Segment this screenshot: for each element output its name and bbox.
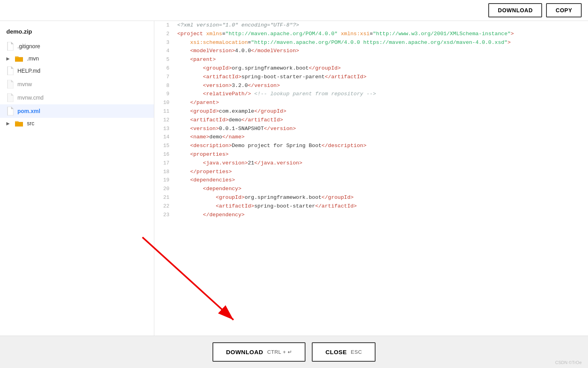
line-number: 16 xyxy=(154,150,174,159)
line-content: <properties> xyxy=(174,150,588,159)
line-content: <dependency> xyxy=(174,185,588,193)
bottom-close-label: CLOSE xyxy=(325,349,347,355)
file-icon-mvnwcmd xyxy=(6,93,13,102)
line-number: 9 xyxy=(154,90,174,98)
line-content: <version>0.0.1-SNAPSHOT</version> xyxy=(174,125,588,133)
line-number: 15 xyxy=(154,142,174,150)
main-wrapper: demo.zip .gitignore ▶ .mvn xyxy=(0,21,588,368)
sidebar: demo.zip .gitignore ▶ .mvn xyxy=(0,21,154,336)
bottom-download-label: DOWNLOAD xyxy=(226,349,263,355)
code-line-19: 19 <dependencies> xyxy=(154,176,588,185)
code-line-20: 20 <dependency> xyxy=(154,185,588,193)
mvnwcmd-label: mvnw.cmd xyxy=(17,94,44,101)
sidebar-item-src[interactable]: ▶ src xyxy=(0,118,154,129)
file-icon-pomxml xyxy=(6,107,13,115)
line-content: <modelVersion>4.0.0</modelVersion> xyxy=(174,47,588,55)
code-line-1: 1 <?xml version="1.0" encoding="UTF-8"?> xyxy=(154,21,588,30)
line-number: 19 xyxy=(154,176,174,185)
line-number: 3 xyxy=(154,38,174,47)
code-line-16: 16 <properties> xyxy=(154,150,588,159)
code-line-22: 22 <artifactId>spring-boot-starter</arti… xyxy=(154,202,588,211)
code-line-2: 2 <project xmlns="http://maven.apache.or… xyxy=(154,30,588,38)
line-content: xsi:schemaLocation="http://maven.apache.… xyxy=(174,38,588,47)
file-icon-help xyxy=(6,66,13,75)
chevron-right-icon-src: ▶ xyxy=(6,121,9,126)
src-label: src xyxy=(27,120,34,126)
code-line-11: 11 <groupId>com.example</groupId> xyxy=(154,107,588,116)
line-content: <version>3.2.0</version> xyxy=(174,81,588,90)
code-line-4: 4 <modelVersion>4.0.0</modelVersion> xyxy=(154,47,588,55)
line-content: <relativePath/> <!-- lookup parent from … xyxy=(174,90,588,98)
line-content: <parent> xyxy=(174,55,588,64)
bottom-download-button[interactable]: DOWNLOAD CTRL + ↵ xyxy=(212,342,305,362)
help-label: HELP.md xyxy=(17,68,40,74)
line-number: 12 xyxy=(154,116,174,125)
code-line-7: 7 <artifactId>spring-boot-starter-parent… xyxy=(154,73,588,81)
line-number: 8 xyxy=(154,81,174,90)
line-number: 13 xyxy=(154,125,174,133)
folder-icon xyxy=(15,55,23,62)
line-number: 22 xyxy=(154,202,174,211)
line-content: <dependencies> xyxy=(174,176,588,185)
code-line-15: 15 <description>Demo project for Spring … xyxy=(154,142,588,150)
sidebar-title: demo.zip xyxy=(0,25,154,40)
chevron-right-icon: ▶ xyxy=(6,56,9,61)
line-number: 17 xyxy=(154,159,174,168)
sidebar-item-mvnw[interactable]: mvnw xyxy=(0,77,154,91)
code-line-3: 3 xsi:schemaLocation="http://maven.apach… xyxy=(154,38,588,47)
line-content: <java.version>21</java.version> xyxy=(174,159,588,168)
code-line-10: 10 </parent> xyxy=(154,98,588,107)
top-bar: DOWNLOAD COPY xyxy=(0,0,588,21)
line-number: 4 xyxy=(154,47,174,55)
line-number: 18 xyxy=(154,168,174,176)
watermark: CSDN ©TrOe xyxy=(555,360,582,365)
line-content: <groupId>org.springframework.boot</group… xyxy=(174,64,588,73)
line-content: <groupId>org.springframework.boot</group… xyxy=(174,193,588,202)
code-line-13: 13 <version>0.0.1-SNAPSHOT</version> xyxy=(154,125,588,133)
sidebar-item-mvnwcmd[interactable]: mvnw.cmd xyxy=(0,91,154,104)
sidebar-item-gitignore[interactable]: .gitignore xyxy=(0,40,154,53)
copy-button[interactable]: COPY xyxy=(546,3,582,17)
line-number: 1 xyxy=(154,21,174,30)
line-content: <project xmlns="http://maven.apache.org/… xyxy=(174,30,588,38)
mvn-label: .mvn xyxy=(27,55,39,62)
code-line-17: 17 <java.version>21</java.version> xyxy=(154,159,588,168)
line-number: 7 xyxy=(154,73,174,81)
file-icon-mvnw xyxy=(6,80,13,89)
line-number: 5 xyxy=(154,55,174,64)
code-line-12: 12 <artifactId>demo</artifactId> xyxy=(154,116,588,125)
sidebar-item-mvn[interactable]: ▶ .mvn xyxy=(0,53,154,64)
code-viewer: 1 <?xml version="1.0" encoding="UTF-8"?>… xyxy=(154,21,588,336)
line-content: <artifactId>spring-boot-starter</artifac… xyxy=(174,202,588,211)
gitignore-label: .gitignore xyxy=(17,43,40,49)
line-content: <artifactId>spring-boot-starter-parent</… xyxy=(174,73,588,81)
line-content: </parent> xyxy=(174,98,588,107)
pomxml-label: pom.xml xyxy=(17,108,40,114)
bottom-close-button[interactable]: CLOSE ESC xyxy=(312,342,375,362)
code-table: 1 <?xml version="1.0" encoding="UTF-8"?>… xyxy=(154,21,588,219)
code-line-23: 23 </dependency> xyxy=(154,211,588,219)
line-number: 6 xyxy=(154,64,174,73)
line-content: <?xml version="1.0" encoding="UTF-8"?> xyxy=(174,21,588,30)
line-number: 2 xyxy=(154,30,174,38)
code-line-18: 18 </properties> xyxy=(154,168,588,176)
line-content: <name>demo</name> xyxy=(174,133,588,142)
bottom-bar: DOWNLOAD CTRL + ↵ CLOSE ESC CSDN ©TrOe xyxy=(0,336,588,368)
sidebar-item-pomxml[interactable]: pom.xml xyxy=(0,104,154,118)
mvnw-label: mvnw xyxy=(17,81,32,87)
code-line-5: 5 <parent> xyxy=(154,55,588,64)
code-line-9: 9 <relativePath/> <!-- lookup parent fro… xyxy=(154,90,588,98)
code-line-21: 21 <groupId>org.springframework.boot</gr… xyxy=(154,193,588,202)
code-line-8: 8 <version>3.2.0</version> xyxy=(154,81,588,90)
line-content: </properties> xyxy=(174,168,588,176)
line-content: <description>Demo project for Spring Boo… xyxy=(174,142,588,150)
line-number: 11 xyxy=(154,107,174,116)
line-number: 14 xyxy=(154,133,174,142)
sidebar-item-help[interactable]: HELP.md xyxy=(0,64,154,77)
code-line-6: 6 <groupId>org.springframework.boot</gro… xyxy=(154,64,588,73)
download-button[interactable]: DOWNLOAD xyxy=(488,3,542,17)
line-number: 10 xyxy=(154,98,174,107)
code-line-14: 14 <name>demo</name> xyxy=(154,133,588,142)
line-number: 23 xyxy=(154,211,174,219)
content-area: demo.zip .gitignore ▶ .mvn xyxy=(0,21,588,336)
